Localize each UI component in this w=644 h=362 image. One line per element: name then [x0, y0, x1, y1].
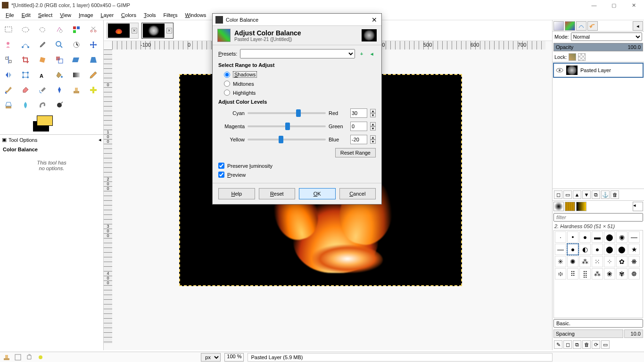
brush-item[interactable]: ⁂ — [579, 256, 591, 267]
duplicate-layer-button[interactable]: ⧉ — [592, 190, 600, 199]
menu-select[interactable]: Select — [34, 11, 57, 19]
add-preset-button[interactable]: + — [358, 50, 365, 58]
brush-item-selected[interactable]: ● — [567, 244, 578, 255]
yellow-blue-slider[interactable] — [248, 139, 326, 140]
raise-layer-button[interactable]: ▲ — [573, 190, 581, 199]
brush-item[interactable]: ⁂ — [592, 268, 603, 280]
dialog-close-button[interactable]: ✕ — [370, 16, 379, 24]
eraser-tool[interactable] — [18, 83, 33, 97]
bucket-fill-tool[interactable] — [52, 68, 67, 82]
new-brush-button[interactable]: ◻ — [563, 340, 572, 349]
rotate-tool[interactable] — [35, 53, 50, 66]
layer-name[interactable]: Pasted Layer — [580, 67, 611, 73]
shear-tool[interactable] — [69, 53, 84, 66]
by-color-select-tool[interactable] — [69, 23, 84, 36]
brushes-menu-icon[interactable]: ◂ — [633, 202, 643, 211]
preset-menu-button[interactable]: ◂ — [368, 50, 376, 58]
brush-item[interactable]: ❁ — [628, 268, 640, 280]
blend-tool[interactable] — [69, 68, 84, 82]
text-tool[interactable]: A — [35, 68, 50, 82]
brush-item[interactable]: ▬ — [592, 231, 603, 243]
scissors-tool[interactable] — [86, 23, 101, 36]
perspective-clone-tool[interactable] — [1, 99, 16, 112]
maximize-button[interactable]: ▢ — [608, 1, 619, 9]
reset-button[interactable]: Reset — [259, 188, 296, 199]
lock-pixels-icon[interactable] — [569, 53, 576, 61]
visibility-icon[interactable] — [556, 67, 563, 73]
color-swatches[interactable] — [0, 115, 103, 134]
brush-item[interactable]: ✺ — [567, 256, 578, 267]
spacing-value[interactable]: 10.0 — [624, 329, 643, 338]
ruler-vertical[interactable]: 0 100 200 300 400 — [104, 49, 112, 344]
free-select-tool[interactable] — [35, 23, 50, 36]
airbrush-tool[interactable] — [35, 83, 50, 97]
menu-image[interactable]: Image — [75, 11, 97, 19]
brush-item[interactable]: ⣿ — [579, 268, 591, 280]
new-layer-button[interactable]: ◻ — [554, 190, 562, 199]
scale-tool[interactable] — [52, 53, 67, 66]
opacity-slider[interactable]: Opacity 100.0 — [553, 43, 643, 51]
edit-brush-button[interactable]: ✎ — [554, 340, 562, 349]
green-value-input[interactable] — [350, 122, 367, 131]
sb-icon-2[interactable] — [14, 354, 22, 361]
help-button[interactable]: Help — [218, 188, 255, 199]
layer-row[interactable]: Pasted Layer — [553, 63, 644, 78]
paintbrush-tool[interactable] — [1, 83, 16, 97]
brush-item[interactable]: · — [555, 231, 566, 243]
clone-tool[interactable] — [69, 83, 84, 97]
brush-filter-input[interactable] — [553, 213, 643, 222]
doc-close-1[interactable]: ✕ — [132, 28, 137, 33]
brush-item[interactable]: ★ — [628, 244, 640, 255]
delete-layer-button[interactable]: 🗑 — [611, 190, 619, 199]
document-tab-1[interactable]: ✕ — [107, 23, 139, 39]
paths-tab[interactable] — [576, 21, 586, 31]
layers-tab[interactable] — [553, 21, 564, 31]
menu-view[interactable]: View — [56, 11, 75, 19]
align-tool[interactable] — [1, 53, 16, 66]
preserve-luminosity-label[interactable]: Preserve luminosity — [227, 163, 272, 169]
doc-close-2[interactable]: ✕ — [166, 28, 172, 33]
green-spin-down[interactable]: ▼ — [370, 126, 376, 131]
brush-item[interactable]: ⁙ — [592, 256, 603, 267]
mode-select[interactable]: Normal — [571, 33, 642, 41]
pencil-tool[interactable] — [86, 68, 101, 82]
smudge-tool[interactable] — [35, 99, 50, 112]
red-spin-up[interactable]: ▲ — [370, 109, 376, 113]
patterns-tab[interactable] — [565, 202, 575, 211]
cage-tool[interactable] — [18, 68, 33, 82]
sb-icon-4[interactable] — [37, 354, 44, 361]
zoom-display[interactable]: 100 % — [224, 353, 244, 362]
brush-item[interactable]: ⠿ — [567, 268, 578, 280]
presets-select[interactable] — [240, 49, 355, 58]
reset-range-button[interactable]: Reset Range — [335, 148, 376, 157]
ellipse-select-tool[interactable] — [18, 23, 33, 36]
cancel-button[interactable]: Cancel — [339, 188, 376, 199]
blue-spin-down[interactable]: ▼ — [370, 140, 376, 144]
brush-item[interactable]: ⁘ — [604, 256, 615, 267]
measure-tool[interactable] — [69, 38, 84, 51]
refresh-brush-button[interactable]: ⟳ — [592, 340, 600, 349]
duplicate-brush-button[interactable]: ⧉ — [573, 340, 581, 349]
preserve-luminosity-checkbox[interactable] — [218, 163, 224, 169]
dock-menu-icon[interactable]: ◂ — [633, 21, 643, 31]
blue-spin-up[interactable]: ▲ — [370, 135, 376, 140]
color-picker-tool[interactable] — [35, 38, 50, 51]
tool-options-menu-icon[interactable]: ◂ — [99, 137, 101, 143]
preview-checkbox[interactable] — [218, 172, 224, 178]
menu-edit[interactable]: Edit — [18, 11, 34, 19]
sb-icon-1[interactable] — [3, 354, 10, 361]
shadows-radio[interactable] — [224, 72, 230, 78]
dialog-titlebar[interactable]: Color Balance ✕ — [213, 14, 381, 26]
menu-layer[interactable]: Layer — [97, 11, 118, 19]
brush-item[interactable]: ✾ — [616, 268, 627, 280]
open-brush-button[interactable]: ▭ — [601, 340, 610, 349]
brushes-tab[interactable] — [553, 202, 564, 211]
delete-brush-button[interactable]: 🗑 — [582, 340, 591, 349]
paths-tool[interactable] — [18, 38, 33, 51]
menu-file[interactable]: File — [2, 11, 18, 19]
midtones-radio[interactable] — [224, 81, 230, 87]
brush-item[interactable]: ● — [592, 244, 603, 255]
heal-tool[interactable] — [86, 83, 101, 97]
foreground-select-tool[interactable] — [1, 38, 16, 51]
brush-item[interactable]: • — [567, 231, 578, 243]
